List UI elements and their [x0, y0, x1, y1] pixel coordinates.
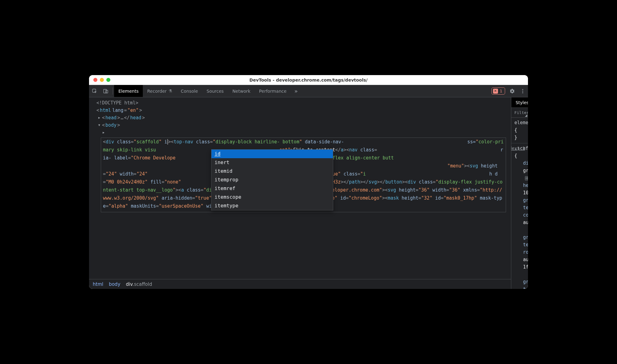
tab-styles[interactable]: Styles	[511, 97, 528, 108]
tab-label: Elements	[118, 89, 138, 94]
svg-rect-1	[104, 89, 106, 93]
ac-item-id[interactable]: id	[211, 150, 333, 158]
flask-icon: ⚗	[168, 89, 172, 93]
rule-scaffold[interactable]: (index):1 .scaffold { display: grid; hei…	[511, 143, 528, 289]
tab-elements[interactable]: Elements	[114, 85, 143, 97]
tab-recorder[interactable]: Recorder ⚗	[143, 85, 176, 97]
device-toolbar-icon[interactable]	[100, 85, 111, 97]
window-zoom-button[interactable]	[106, 78, 110, 82]
window-close-button[interactable]	[93, 78, 97, 82]
ac-item-itemtype[interactable]: itemtype	[211, 201, 333, 210]
settings-gear-icon[interactable]	[507, 85, 517, 97]
tab-label: Console	[181, 89, 198, 94]
svg-rect-2	[106, 90, 108, 93]
titlebar: DevTools - developer.chrome.com/tags/dev…	[89, 75, 528, 85]
more-menu-icon[interactable]	[517, 85, 528, 97]
sidebar-tabs: Styles Computed Layout »	[511, 97, 528, 108]
dom-html[interactable]: <html lang="en">	[91, 107, 508, 114]
dom-body[interactable]: <body>	[91, 121, 508, 129]
rule-source-link[interactable]: (index):1	[511, 145, 525, 152]
error-icon: ✕	[493, 89, 498, 94]
crumb-body[interactable]: body	[109, 281, 120, 287]
styles-sidebar: Styles Computed Layout » Filter :hov .cl…	[511, 97, 528, 289]
editing-attr-input[interactable]: i	[164, 139, 167, 145]
attribute-autocomplete[interactable]: id inert itemid itemprop itemref itemsco…	[211, 149, 333, 210]
svg-point-5	[522, 92, 523, 93]
devtools-tabstrip: Elements Recorder ⚗ Console Sources Netw…	[89, 85, 528, 97]
svg-point-3	[522, 89, 523, 90]
styles-body[interactable]: element.style { } (index):1 .scaffold { …	[511, 118, 528, 289]
tab-console[interactable]: Console	[177, 85, 202, 97]
dom-tree[interactable]: <!DOCTYPE html> <html lang="en"> <head>……	[89, 97, 511, 279]
inspect-element-icon[interactable]	[89, 85, 100, 97]
dom-head[interactable]: <head>…</head>	[91, 114, 508, 121]
ac-item-itemprop[interactable]: itemprop	[211, 176, 333, 184]
window-title: DevTools - developer.chrome.com/tags/dev…	[89, 78, 528, 83]
ac-item-itemscope[interactable]: itemscope	[211, 193, 333, 201]
main-tabs: Elements Recorder ⚗ Console Sources Netw…	[114, 85, 291, 97]
separator	[113, 87, 113, 95]
crumb-html[interactable]: html	[93, 281, 103, 287]
svg-point-4	[522, 91, 523, 91]
tab-label: Network	[232, 89, 250, 94]
ac-item-inert[interactable]: inert	[211, 158, 333, 167]
tab-label: Sources	[206, 89, 223, 94]
devtools-window: DevTools - developer.chrome.com/tags/dev…	[89, 75, 528, 289]
tabs-overflow-icon[interactable]: »	[291, 85, 301, 97]
resize-handle-icon[interactable]	[525, 114, 527, 117]
elements-panel: <!DOCTYPE html> <html lang="en"> <head>……	[89, 97, 511, 289]
dom-body-child-caret[interactable]	[91, 129, 508, 136]
breadcrumbs: html body div.scaffold	[89, 279, 511, 289]
error-count: 1	[500, 89, 502, 93]
rule-element-style[interactable]: element.style { }	[511, 118, 528, 143]
error-count-pill[interactable]: ✕ 1	[491, 87, 505, 95]
tab-label: Recorder	[147, 89, 167, 94]
tab-label: Performance	[259, 89, 287, 94]
styles-filter-row: Filter :hov .cls +	[511, 108, 528, 118]
main-area: <!DOCTYPE html> <html lang="en"> <head>……	[89, 97, 528, 289]
dom-doctype: <!DOCTYPE html>	[91, 99, 508, 107]
ac-item-itemid[interactable]: itemid	[211, 167, 333, 176]
tab-performance[interactable]: Performance	[255, 85, 291, 97]
tab-network[interactable]: Network	[228, 85, 255, 97]
ac-item-itemref[interactable]: itemref	[211, 184, 333, 193]
tab-sources[interactable]: Sources	[202, 85, 228, 97]
crumb-current[interactable]: div.scaffold	[126, 281, 152, 287]
traffic-lights	[89, 78, 110, 82]
grid-badge-icon[interactable]	[525, 176, 528, 180]
window-minimize-button[interactable]	[100, 78, 104, 82]
